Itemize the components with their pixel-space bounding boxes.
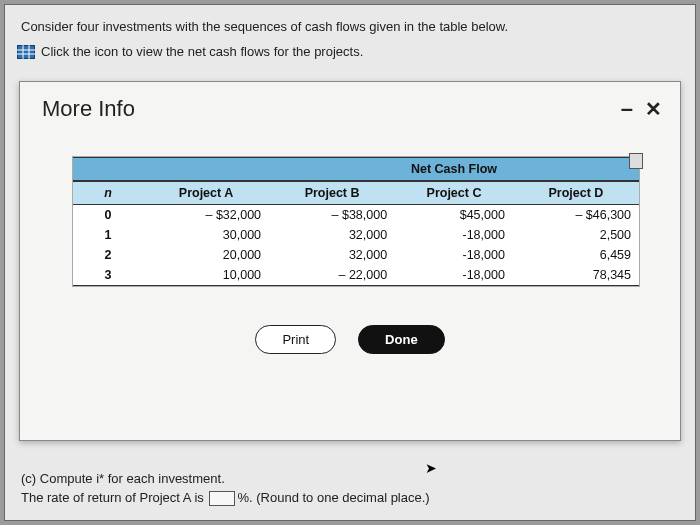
print-button[interactable]: Print [255,325,336,354]
table-icon [17,45,35,59]
done-button[interactable]: Done [358,325,445,354]
dialog-controls: – ✕ [621,96,662,122]
dialog-header: More Info – ✕ [20,82,680,128]
problem-statement: Consider four investments with the seque… [5,5,695,40]
minimize-icon[interactable]: – [621,96,633,122]
col-c: Project C [395,181,513,205]
blank-header [143,158,269,182]
table-row: 3 10,000 – 22,000 -18,000 78,345 [73,265,639,286]
dialog-buttons: Print Done [20,325,680,354]
close-icon[interactable]: ✕ [645,97,662,121]
copy-icon[interactable] [629,153,643,169]
col-b: Project B [269,181,395,205]
col-a: Project A [143,181,269,205]
more-info-dialog: More Info – ✕ Net Cash Flow n Project A [19,81,681,441]
table-row: 0 – $32,000 – $38,000 $45,000 – $46,300 [73,205,639,226]
link-text: Click the icon to view the net cash flow… [41,44,363,59]
net-cash-flow-link[interactable]: Click the icon to view the net cash flow… [5,40,695,69]
table-column-header: n Project A Project B Project C Project … [73,181,639,205]
svg-rect-0 [18,45,35,58]
table-row: 2 20,000 32,000 -18,000 6,459 [73,245,639,265]
blank-header [73,158,143,182]
table: Net Cash Flow n Project A Project B Proj… [73,157,639,286]
cursor-icon: ➤ [425,460,437,476]
rate-sentence: The rate of return of Project A is %. (R… [21,490,679,506]
answer-input[interactable] [209,491,235,506]
question-part-c: (c) Compute i* for each investment. The … [21,467,679,510]
cash-flow-table: Net Cash Flow n Project A Project B Proj… [72,156,640,287]
table-super-header: Net Cash Flow [73,158,639,182]
col-d: Project D [513,181,639,205]
dialog-title: More Info [42,96,135,122]
net-cash-flow-header: Net Cash Flow [269,158,639,182]
col-n: n [73,181,143,205]
worksheet-page: Consider four investments with the seque… [4,4,696,521]
part-c-label: (c) Compute i* for each investment. [21,471,679,486]
table-row: 1 30,000 32,000 -18,000 2,500 [73,225,639,245]
